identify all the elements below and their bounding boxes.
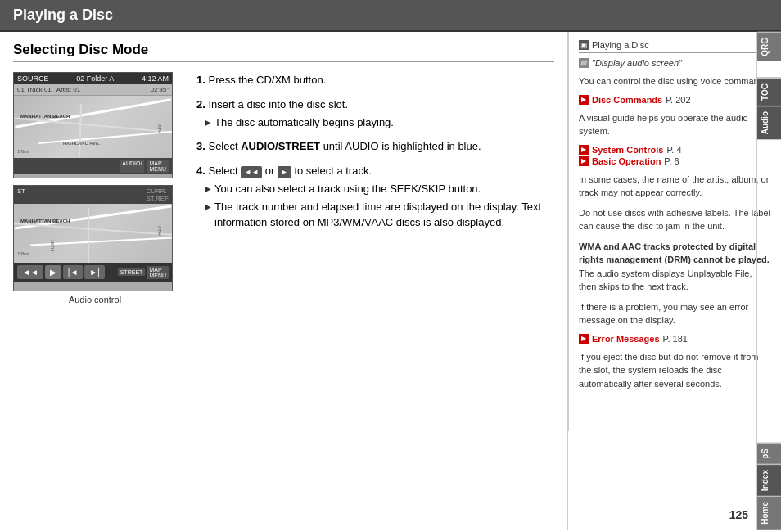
map-btn[interactable]: MAPMENU (147, 160, 169, 173)
content-area: SOURCE 02 Folder A 4:12 AM 01 Track 01 A… (13, 72, 554, 304)
step-1-number: 1. (196, 74, 205, 86)
link-arrow-2: ▶ (579, 145, 589, 155)
bottom-header-mid: CURR.ST.REF (146, 187, 169, 202)
step-1: 1. Press the CD/XM button. (196, 72, 554, 88)
sidebar-section-header: ▣ Playing a Disc (579, 40, 771, 53)
link-error-messages-text[interactable]: Error Messages (592, 334, 660, 344)
sidebar-para-4: Do not use discs with adhesive labels. T… (579, 206, 771, 233)
source-label: SOURCE (17, 74, 49, 83)
link-error-messages-page: P. 181 (663, 334, 688, 344)
map-header-bottom: ST CURR.ST.REF (14, 186, 172, 204)
next-btn[interactable]: ►| (84, 265, 105, 279)
link-basic-operation[interactable]: ▶ Basic Operation P. 6 (579, 156, 771, 166)
step-1-text: Press the CD/XM button. (208, 74, 326, 86)
device-image-bottom: ST CURR.ST.REF MANHATTAN BEACH 1/8mi 8TH… (13, 185, 173, 291)
step-4-sub-2-text: The track number and elapsed time are di… (214, 200, 554, 229)
link-system-controls[interactable]: ▶ System Controls P. 4 (579, 145, 771, 155)
map-header-top: SOURCE 02 Folder A 4:12 AM (14, 73, 172, 84)
warning-strong: WMA and AAC tracks protected by digital … (579, 241, 770, 265)
bottom-header-left: ST (17, 187, 25, 202)
sidebar-para-5: If there is a problem, you may see an er… (579, 300, 771, 327)
image-caption: Audio control (13, 295, 177, 304)
artist-info: Artist 01 (56, 86, 80, 93)
arrow-icon-2: ▶ (205, 183, 211, 196)
nav-spacer-2 (757, 139, 781, 443)
sidebar-content-area: ▣ Playing a Disc ▤ "Display audio screen… (568, 32, 781, 431)
nav-tab-qrg[interactable]: QRG (757, 32, 781, 61)
folder-label: 02 Folder A (76, 74, 114, 83)
step-3-text: Select AUDIO/STREET until AUDIO is highl… (208, 140, 481, 152)
link-disc-commands-page: P. 202 (666, 95, 690, 105)
device-image-top: SOURCE 02 Folder A 4:12 AM 01 Track 01 A… (13, 72, 173, 178)
section-title: Selecting Disc Mode (13, 42, 554, 62)
play-btn[interactable]: ▶ (45, 265, 61, 279)
controls-row: ◄◄ ▶ |◄ ►| STREET MAPMENU (14, 263, 172, 282)
arrow-icon-3: ▶ (205, 201, 211, 229)
step-2-sub-1: ▶ The disc automatically begins playing. (205, 115, 554, 130)
nav-tab-ps[interactable]: pS (757, 443, 781, 464)
street-btn[interactable]: STREET (118, 268, 146, 276)
link-basic-operation-page: P. 6 (664, 156, 679, 166)
step-2-text: Insert a disc into the disc slot. (208, 98, 348, 110)
step-4-sub-2: ▶ The track number and elapsed time are … (205, 200, 554, 229)
nav-tab-audio[interactable]: Audio (757, 106, 781, 139)
time-label: 4:12 AM (142, 74, 169, 83)
duration-info: 02'35" (151, 86, 169, 93)
sidebar-quote: ▤ "Display audio screen" (579, 58, 771, 68)
map-body-top: MANHATTAN BEACH HIGHLAND AVE. 1/6mi 8TH (14, 96, 172, 158)
link-disc-commands-text[interactable]: Disc Commands (592, 95, 662, 105)
step-4-text: Select ◄◄ or ► to select a track. (208, 165, 372, 177)
step-3: 3. Select AUDIO/STREET until AUDIO is hi… (196, 138, 554, 155)
link-arrow-3: ▶ (579, 156, 589, 166)
nav-tab-toc[interactable]: TOC (757, 78, 781, 106)
map-btn2[interactable]: MAPMENU (147, 266, 169, 279)
sidebar-para-3: In some cases, the name of the artist, a… (579, 173, 771, 200)
nav-spacer-1 (757, 61, 781, 78)
page-header: Playing a Disc (0, 0, 781, 32)
sidebar-para-6: If you eject the disc but do not remove … (579, 350, 771, 391)
step-4-sub-1: ▶ You can also select a track using the … (205, 182, 554, 196)
warning-suffix: The audio system displays Unplayable Fil… (579, 268, 752, 292)
link-arrow-1: ▶ (579, 95, 589, 105)
quote-text: "Display audio screen" (592, 58, 682, 68)
sidebar-section-title-text: Playing a Disc (592, 40, 649, 50)
step-2-sub-1-text: The disc automatically begins playing. (214, 115, 394, 130)
track-info: 01 Track 01 (17, 86, 52, 93)
link-arrow-4: ▶ (579, 334, 589, 344)
step-2-number: 2. (196, 98, 205, 110)
page-title: Playing a Disc (13, 7, 113, 23)
section-icon: ▣ (579, 40, 589, 50)
nav-tab-index[interactable]: Index (757, 464, 781, 496)
sidebar-warning: WMA and AAC tracks protected by digital … (579, 240, 771, 294)
link-disc-commands[interactable]: ▶ Disc Commands P. 202 (579, 95, 771, 105)
quote-icon: ▤ (579, 58, 589, 68)
map-background-top: SOURCE 02 Folder A 4:12 AM 01 Track 01 A… (14, 73, 172, 178)
sidebar-para-1: You can control the disc using voice com… (579, 74, 771, 88)
audio-btn[interactable]: AUDIO/ (120, 160, 144, 173)
link-basic-operation-text[interactable]: Basic Operation (592, 156, 661, 166)
right-nav: QRG TOC Audio pS Index Home (756, 32, 781, 530)
map-body-bottom: MANHATTAN BEACH 1/8mi 8TH 15TH (14, 204, 172, 263)
prev-btn[interactable]: |◄ (63, 265, 84, 279)
link-error-messages[interactable]: ▶ Error Messages P. 181 (579, 334, 771, 344)
step-4-sub-1-text: You can also select a track using the SE… (214, 182, 481, 196)
sidebar-para-2: A visual guide helps you operate the aud… (579, 111, 771, 138)
main-content: Selecting Disc Mode SOURCE 02 Folder A 4… (0, 32, 781, 530)
rewind-inline: ◄◄ (241, 166, 262, 179)
rewind-btn[interactable]: ◄◄ (17, 265, 43, 279)
arrow-icon-1: ▶ (205, 117, 211, 130)
left-content: Selecting Disc Mode SOURCE 02 Folder A 4… (0, 32, 568, 530)
map-background-bottom: ST CURR.ST.REF MANHATTAN BEACH 1/8mi 8TH… (14, 186, 172, 291)
right-sidebar: ▣ Playing a Disc ▤ "Display audio screen… (568, 32, 781, 530)
steps-column: 1. Press the CD/XM button. 2. Insert a d… (190, 72, 554, 304)
link-system-controls-page: P. 4 (666, 145, 681, 155)
step-3-number: 3. (196, 140, 205, 152)
ffwd-inline: ► (278, 166, 291, 179)
images-column: SOURCE 02 Folder A 4:12 AM 01 Track 01 A… (13, 72, 177, 304)
step-4: 4. Select ◄◄ or ► to select a track. ▶ Y… (196, 163, 554, 230)
page-number: 125 (729, 508, 748, 521)
step-2: 2. Insert a disc into the disc slot. ▶ T… (196, 97, 554, 131)
step-4-number: 4. (196, 165, 205, 177)
nav-tab-home[interactable]: Home (757, 496, 781, 530)
link-system-controls-text[interactable]: System Controls (592, 145, 663, 155)
